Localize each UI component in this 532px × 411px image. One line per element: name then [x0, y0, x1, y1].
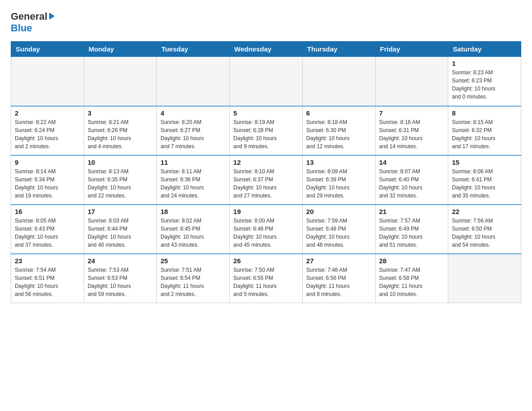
calendar-cell: 5Sunrise: 8:19 AM Sunset: 6:28 PM Daylig…: [230, 106, 303, 155]
calendar-header-saturday: Saturday: [448, 42, 521, 57]
calendar-cell: 25Sunrise: 7:51 AM Sunset: 6:54 PM Dayli…: [157, 254, 230, 303]
day-info: Sunrise: 8:13 AM Sunset: 6:35 PM Dayligh…: [88, 167, 153, 200]
day-info: Sunrise: 8:19 AM Sunset: 6:28 PM Dayligh…: [233, 118, 299, 150]
day-info: Sunrise: 8:05 AM Sunset: 6:43 PM Dayligh…: [15, 217, 80, 249]
day-info: Sunrise: 7:54 AM Sunset: 6:51 PM Dayligh…: [15, 266, 80, 298]
day-info: Sunrise: 8:15 AM Sunset: 6:32 PM Dayligh…: [452, 118, 517, 150]
day-number: 1: [452, 60, 517, 67]
day-number: 21: [379, 208, 445, 215]
day-number: 2: [15, 109, 80, 117]
day-number: 5: [233, 109, 299, 117]
calendar-cell: [375, 57, 448, 106]
day-info: Sunrise: 7:50 AM Sunset: 6:55 PM Dayligh…: [233, 266, 299, 298]
calendar-cell: 11Sunrise: 8:11 AM Sunset: 6:36 PM Dayli…: [157, 155, 230, 205]
calendar-header-wednesday: Wednesday: [230, 42, 303, 57]
calendar-table: SundayMondayTuesdayWednesdayThursdayFrid…: [11, 41, 521, 303]
day-info: Sunrise: 7:47 AM Sunset: 6:58 PM Dayligh…: [379, 266, 445, 298]
day-number: 27: [306, 257, 372, 265]
page-header: General Blue: [11, 11, 521, 34]
day-info: Sunrise: 8:11 AM Sunset: 6:36 PM Dayligh…: [160, 167, 226, 200]
day-number: 9: [15, 158, 80, 166]
calendar-cell: 19Sunrise: 8:00 AM Sunset: 6:46 PM Dayli…: [230, 205, 303, 254]
calendar-cell: [157, 57, 230, 106]
calendar-cell: 7Sunrise: 8:16 AM Sunset: 6:31 PM Daylig…: [375, 106, 448, 155]
calendar-cell: 10Sunrise: 8:13 AM Sunset: 6:35 PM Dayli…: [84, 155, 157, 205]
logo-arrow-icon: [49, 13, 55, 20]
day-number: 23: [15, 257, 80, 265]
calendar-header-friday: Friday: [375, 42, 448, 57]
calendar-cell: 22Sunrise: 7:56 AM Sunset: 6:50 PM Dayli…: [448, 205, 521, 254]
calendar-cell: [84, 57, 157, 106]
calendar-cell: 4Sunrise: 8:20 AM Sunset: 6:27 PM Daylig…: [157, 106, 230, 155]
calendar-cell: 21Sunrise: 7:57 AM Sunset: 6:49 PM Dayli…: [375, 205, 448, 254]
day-number: 10: [88, 158, 153, 166]
calendar-cell: 27Sunrise: 7:48 AM Sunset: 6:56 PM Dayli…: [302, 254, 375, 303]
calendar-cell: 13Sunrise: 8:09 AM Sunset: 6:39 PM Dayli…: [302, 155, 375, 205]
calendar-header-tuesday: Tuesday: [157, 42, 230, 57]
day-info: Sunrise: 7:59 AM Sunset: 6:48 PM Dayligh…: [306, 217, 372, 249]
calendar-cell: 2Sunrise: 8:22 AM Sunset: 6:24 PM Daylig…: [11, 106, 84, 155]
calendar-header-row: SundayMondayTuesdayWednesdayThursdayFrid…: [11, 42, 521, 57]
day-number: 13: [306, 158, 372, 166]
day-info: Sunrise: 8:10 AM Sunset: 6:37 PM Dayligh…: [233, 167, 299, 200]
day-number: 25: [160, 257, 226, 265]
day-info: Sunrise: 7:56 AM Sunset: 6:50 PM Dayligh…: [452, 217, 517, 249]
day-number: 20: [306, 208, 372, 215]
day-info: Sunrise: 8:07 AM Sunset: 6:40 PM Dayligh…: [379, 167, 445, 200]
calendar-cell: [11, 57, 84, 106]
day-number: 7: [379, 109, 445, 117]
day-info: Sunrise: 8:18 AM Sunset: 6:30 PM Dayligh…: [306, 118, 372, 150]
calendar-cell: 16Sunrise: 8:05 AM Sunset: 6:43 PM Dayli…: [11, 205, 84, 254]
day-info: Sunrise: 7:48 AM Sunset: 6:56 PM Dayligh…: [306, 266, 372, 298]
day-number: 22: [452, 208, 517, 215]
day-info: Sunrise: 8:21 AM Sunset: 6:26 PM Dayligh…: [88, 118, 153, 150]
day-info: Sunrise: 7:51 AM Sunset: 6:54 PM Dayligh…: [160, 266, 226, 298]
calendar-week-row: 23Sunrise: 7:54 AM Sunset: 6:51 PM Dayli…: [11, 254, 521, 303]
calendar-cell: [302, 57, 375, 106]
calendar-cell: [448, 254, 521, 303]
calendar-week-row: 9Sunrise: 8:14 AM Sunset: 6:34 PM Daylig…: [11, 155, 521, 205]
day-info: Sunrise: 8:02 AM Sunset: 6:45 PM Dayligh…: [160, 217, 226, 249]
calendar-cell: 24Sunrise: 7:53 AM Sunset: 6:53 PM Dayli…: [84, 254, 157, 303]
day-number: 15: [452, 158, 517, 166]
logo-blue-text: Blue: [11, 22, 32, 34]
calendar-header-thursday: Thursday: [302, 42, 375, 57]
day-number: 14: [379, 158, 445, 166]
logo: General Blue: [11, 11, 55, 34]
day-info: Sunrise: 8:22 AM Sunset: 6:24 PM Dayligh…: [15, 118, 80, 150]
day-number: 19: [233, 208, 299, 215]
calendar-header-sunday: Sunday: [11, 42, 84, 57]
logo-general-text: General: [11, 11, 47, 22]
calendar-cell: 9Sunrise: 8:14 AM Sunset: 6:34 PM Daylig…: [11, 155, 84, 205]
calendar-cell: 26Sunrise: 7:50 AM Sunset: 6:55 PM Dayli…: [230, 254, 303, 303]
day-info: Sunrise: 8:06 AM Sunset: 6:41 PM Dayligh…: [452, 167, 517, 200]
calendar-cell: 12Sunrise: 8:10 AM Sunset: 6:37 PM Dayli…: [230, 155, 303, 205]
calendar-cell: 14Sunrise: 8:07 AM Sunset: 6:40 PM Dayli…: [375, 155, 448, 205]
calendar-cell: 20Sunrise: 7:59 AM Sunset: 6:48 PM Dayli…: [302, 205, 375, 254]
day-info: Sunrise: 8:14 AM Sunset: 6:34 PM Dayligh…: [15, 167, 80, 200]
calendar-cell: 23Sunrise: 7:54 AM Sunset: 6:51 PM Dayli…: [11, 254, 84, 303]
calendar-week-row: 16Sunrise: 8:05 AM Sunset: 6:43 PM Dayli…: [11, 205, 521, 254]
calendar-cell: 28Sunrise: 7:47 AM Sunset: 6:58 PM Dayli…: [375, 254, 448, 303]
calendar-cell: [230, 57, 303, 106]
calendar-cell: 15Sunrise: 8:06 AM Sunset: 6:41 PM Dayli…: [448, 155, 521, 205]
calendar-cell: 8Sunrise: 8:15 AM Sunset: 6:32 PM Daylig…: [448, 106, 521, 155]
day-number: 28: [379, 257, 445, 265]
day-number: 18: [160, 208, 226, 215]
calendar-cell: 1Sunrise: 8:23 AM Sunset: 6:23 PM Daylig…: [448, 57, 521, 106]
day-info: Sunrise: 7:53 AM Sunset: 6:53 PM Dayligh…: [88, 266, 153, 298]
day-info: Sunrise: 7:57 AM Sunset: 6:49 PM Dayligh…: [379, 217, 445, 249]
day-number: 6: [306, 109, 372, 117]
calendar-cell: 6Sunrise: 8:18 AM Sunset: 6:30 PM Daylig…: [302, 106, 375, 155]
day-number: 17: [88, 208, 153, 215]
day-info: Sunrise: 8:20 AM Sunset: 6:27 PM Dayligh…: [160, 118, 226, 150]
day-number: 16: [15, 208, 80, 215]
calendar-cell: 17Sunrise: 8:03 AM Sunset: 6:44 PM Dayli…: [84, 205, 157, 254]
calendar-header-monday: Monday: [84, 42, 157, 57]
calendar-week-row: 2Sunrise: 8:22 AM Sunset: 6:24 PM Daylig…: [11, 106, 521, 155]
day-number: 4: [160, 109, 226, 117]
day-number: 3: [88, 109, 153, 117]
day-info: Sunrise: 8:09 AM Sunset: 6:39 PM Dayligh…: [306, 167, 372, 200]
day-info: Sunrise: 8:16 AM Sunset: 6:31 PM Dayligh…: [379, 118, 445, 150]
day-number: 26: [233, 257, 299, 265]
